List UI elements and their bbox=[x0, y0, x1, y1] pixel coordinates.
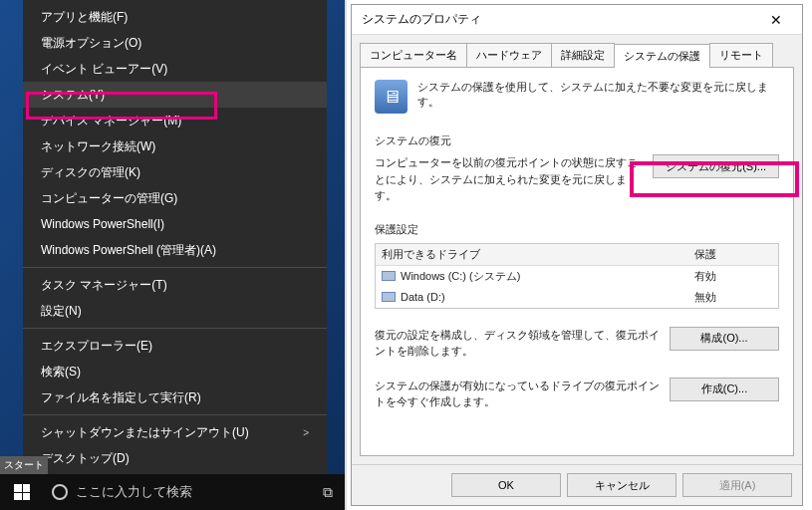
protection-settings-group: 保護設定 利用できるドライブ 保護 Windows (C:) (システム)有効D… bbox=[375, 222, 779, 309]
menu-separator bbox=[23, 267, 327, 268]
create-button[interactable]: 作成(C)... bbox=[670, 378, 779, 401]
tab-1[interactable]: ハードウェア bbox=[466, 43, 552, 67]
dialog-title: システムのプロパティ bbox=[362, 11, 481, 28]
menu-item-label: コンピューターの管理(G) bbox=[41, 190, 177, 207]
menu-item-14[interactable]: エクスプローラー(E) bbox=[23, 333, 327, 359]
menu-item-3[interactable]: システム(Y) bbox=[23, 82, 327, 108]
menu-item-label: ディスクの管理(K) bbox=[41, 164, 140, 181]
group-title-protection: 保護設定 bbox=[375, 222, 779, 237]
drives-table[interactable]: 利用できるドライブ 保護 Windows (C:) (システム)有効Data (… bbox=[375, 243, 779, 309]
menu-item-label: 設定(N) bbox=[41, 303, 82, 320]
drive-name: Data (D:) bbox=[401, 291, 445, 303]
menu-item-7[interactable]: コンピューターの管理(G) bbox=[23, 185, 327, 211]
menu-item-0[interactable]: アプリと機能(F) bbox=[23, 4, 327, 30]
winx-menu: アプリと機能(F)電源オプション(O)イベント ビューアー(V)システム(Y)デ… bbox=[23, 0, 327, 475]
menu-item-label: Windows PowerShell(I) bbox=[41, 217, 164, 231]
menu-item-label: 電源オプション(O) bbox=[41, 35, 141, 52]
table-row[interactable]: Data (D:)無効 bbox=[376, 287, 778, 308]
menu-item-11[interactable]: タスク マネージャー(T) bbox=[23, 272, 327, 298]
restore-text: コンピューターを以前の復元ポイントの状態に戻すことにより、システムに加えられた変… bbox=[375, 154, 645, 204]
apply-button[interactable]: 適用(A) bbox=[682, 473, 792, 497]
create-text: システムの保護が有効になっているドライブの復元ポイントを今すぐ作成します。 bbox=[375, 378, 662, 410]
cortana-icon bbox=[52, 484, 68, 500]
menu-item-15[interactable]: 検索(S) bbox=[23, 359, 327, 384]
search-placeholder: ここに入力して検索 bbox=[76, 483, 192, 501]
menu-item-label: ネットワーク接続(W) bbox=[41, 138, 155, 155]
desktop-left: アプリと機能(F)電源オプション(O)イベント ビューアー(V)システム(Y)デ… bbox=[0, 0, 345, 510]
search-box[interactable]: ここに入力して検索 bbox=[44, 474, 311, 510]
drive-icon bbox=[382, 292, 396, 302]
menu-item-5[interactable]: ネットワーク接続(W) bbox=[23, 133, 327, 159]
menu-item-8[interactable]: Windows PowerShell(I) bbox=[23, 211, 327, 237]
menu-item-1[interactable]: 電源オプション(O) bbox=[23, 30, 327, 56]
drive-status: 無効 bbox=[688, 287, 778, 308]
menu-item-9[interactable]: Windows PowerShell (管理者)(A) bbox=[23, 237, 327, 263]
configure-button[interactable]: 構成(O)... bbox=[670, 327, 779, 351]
windows-logo-icon bbox=[14, 484, 30, 500]
chevron-right-icon: > bbox=[303, 427, 309, 438]
menu-separator bbox=[23, 328, 327, 329]
tab-4[interactable]: リモート bbox=[709, 43, 773, 67]
menu-item-label: デバイス マネージャー(M) bbox=[41, 113, 181, 129]
configure-text: 復元の設定を構成し、ディスク領域を管理して、復元ポイントを削除します。 bbox=[375, 327, 662, 360]
tab-body: 🖥 システムの保護を使用して、システムに加えた不要な変更を元に戻します。 システ… bbox=[360, 67, 794, 456]
start-tooltip: スタート bbox=[0, 456, 48, 474]
dialog-area: システムのプロパティ ✕ コンピューター名ハードウェア詳細設定システムの保護リモ… bbox=[345, 0, 807, 510]
menu-item-label: ファイル名を指定して実行(R) bbox=[41, 389, 201, 406]
dialog-footer: OK キャンセル 適用(A) bbox=[352, 464, 802, 505]
menu-separator bbox=[23, 414, 327, 415]
menu-item-label: シャットダウンまたはサインアウト(U) bbox=[41, 424, 249, 441]
menu-item-label: Windows PowerShell (管理者)(A) bbox=[41, 242, 216, 259]
titlebar: システムのプロパティ ✕ bbox=[352, 5, 802, 35]
menu-item-label: タスク マネージャー(T) bbox=[41, 277, 167, 294]
menu-item-12[interactable]: 設定(N) bbox=[23, 298, 327, 324]
close-button[interactable]: ✕ bbox=[756, 7, 796, 33]
drive-status: 有効 bbox=[688, 266, 778, 287]
tab-0[interactable]: コンピューター名 bbox=[360, 43, 467, 67]
taskview-icon[interactable]: ⧉ bbox=[311, 484, 345, 501]
start-button[interactable] bbox=[0, 474, 44, 510]
menu-item-label: エクスプローラー(E) bbox=[41, 338, 152, 355]
tab-3[interactable]: システムの保護 bbox=[614, 44, 710, 68]
menu-item-label: 検索(S) bbox=[41, 364, 81, 381]
shield-monitor-icon: 🖥 bbox=[375, 80, 407, 114]
system-restore-button[interactable]: システムの復元(S)... bbox=[653, 154, 779, 178]
header-text: システムの保護を使用して、システムに加えた不要な変更を元に戻します。 bbox=[417, 80, 779, 110]
tab-strip: コンピューター名ハードウェア詳細設定システムの保護リモート bbox=[352, 35, 802, 67]
menu-item-19[interactable]: デスクトップ(D) bbox=[23, 445, 327, 471]
col-status: 保護 bbox=[688, 244, 778, 265]
menu-item-18[interactable]: シャットダウンまたはサインアウト(U)> bbox=[23, 419, 327, 445]
menu-item-4[interactable]: デバイス マネージャー(M) bbox=[23, 108, 327, 133]
drive-icon bbox=[382, 271, 396, 281]
col-drive: 利用できるドライブ bbox=[376, 244, 688, 265]
tab-2[interactable]: 詳細設定 bbox=[551, 43, 615, 67]
menu-item-6[interactable]: ディスクの管理(K) bbox=[23, 159, 327, 185]
menu-item-label: イベント ビューアー(V) bbox=[41, 61, 167, 78]
menu-item-2[interactable]: イベント ビューアー(V) bbox=[23, 56, 327, 82]
cancel-button[interactable]: キャンセル bbox=[567, 473, 677, 497]
taskbar: ここに入力して検索 ⧉ bbox=[0, 474, 345, 510]
menu-item-16[interactable]: ファイル名を指定して実行(R) bbox=[23, 384, 327, 410]
ok-button[interactable]: OK bbox=[451, 473, 561, 497]
drive-name: Windows (C:) (システム) bbox=[401, 269, 520, 284]
table-row[interactable]: Windows (C:) (システム)有効 bbox=[376, 266, 778, 287]
system-properties-dialog: システムのプロパティ ✕ コンピューター名ハードウェア詳細設定システムの保護リモ… bbox=[351, 4, 803, 506]
system-restore-group: システムの復元 コンピューターを以前の復元ポイントの状態に戻すことにより、システ… bbox=[375, 133, 779, 204]
group-title-restore: システムの復元 bbox=[375, 133, 779, 148]
menu-item-label: システム(Y) bbox=[41, 87, 105, 104]
menu-item-label: アプリと機能(F) bbox=[41, 9, 128, 26]
menu-item-label: デスクトップ(D) bbox=[41, 450, 130, 467]
